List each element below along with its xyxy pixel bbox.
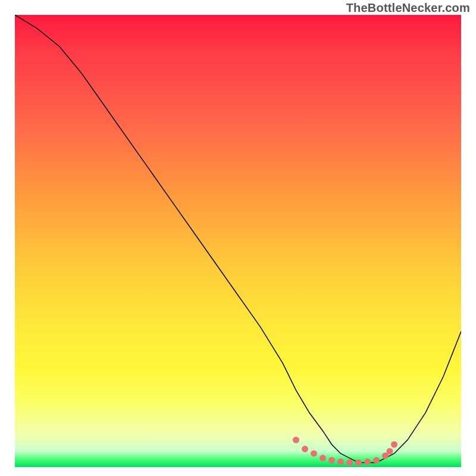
attribution-text: TheBottleNecker.com — [346, 1, 470, 15]
gradient-background — [15, 15, 461, 467]
chart-container: TheBottleNecker.com — [0, 0, 476, 476]
